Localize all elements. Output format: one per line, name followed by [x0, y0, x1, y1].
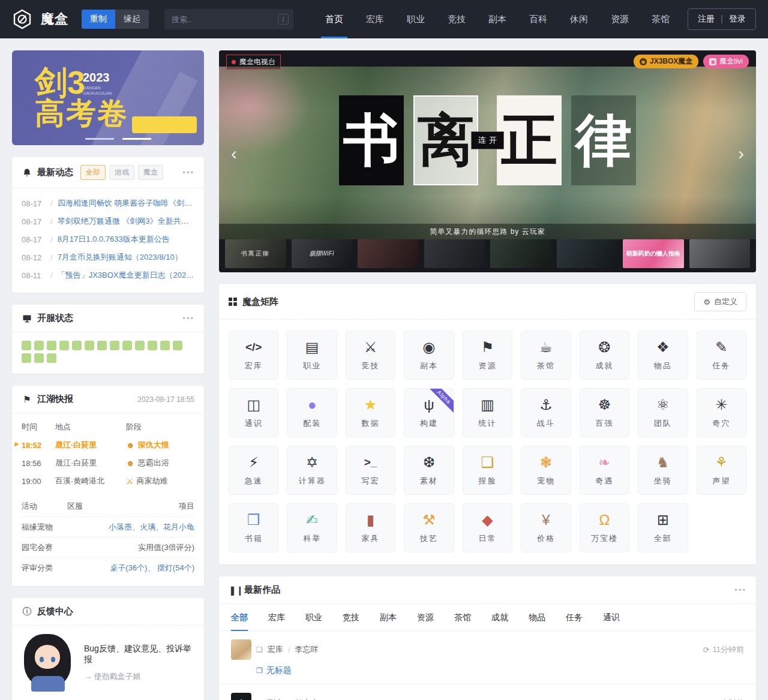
nav-item-profession[interactable]: 职业 — [395, 0, 436, 38]
server-status-cell[interactable] — [85, 341, 94, 350]
news-tab-game[interactable]: 游戏 — [109, 165, 134, 180]
works-tab-resource[interactable]: 资源 — [417, 612, 434, 630]
server-status-cell[interactable] — [34, 341, 44, 350]
matrix-item-combat[interactable]: ⚓战斗 — [521, 388, 571, 437]
works-tab-item[interactable]: 物品 — [529, 612, 545, 630]
nav-item-home[interactable]: 首页 — [314, 0, 355, 38]
nav-item-macro-lib[interactable]: 宏库 — [355, 0, 395, 38]
search-input[interactable] — [164, 9, 293, 29]
matrix-item-profession[interactable]: ▤职业 — [287, 331, 337, 380]
matrix-item-top100[interactable]: ☸百强 — [580, 388, 629, 437]
review-category-links[interactable]: 桌子(36个)、 摆灯(54个) — [103, 563, 194, 573]
works-tab-pvp[interactable]: 竞技 — [343, 612, 359, 630]
matrix-item-wanbaolou[interactable]: Ω万宝楼 — [580, 503, 629, 552]
hero-slide[interactable]: 书 离 连开 正 律 简单又暴力的循环思路 by 云玩家 — [219, 67, 756, 239]
matrix-item-crafts[interactable]: ⚒技艺 — [404, 503, 454, 552]
matrix-item-build[interactable]: Alphaψ构建 — [404, 388, 454, 437]
server-status-cell[interactable] — [47, 341, 56, 350]
matrix-item-assets[interactable]: ❆素材 — [404, 446, 454, 495]
matrix-item-daily[interactable]: ◆日常 — [463, 503, 512, 552]
works-tab-profession[interactable]: 职业 — [305, 612, 322, 630]
works-tab-achievement[interactable]: 成就 — [491, 612, 508, 630]
works-tab-quest[interactable]: 任务 — [566, 612, 583, 630]
news-link[interactable]: 8月17日1.0.0.7633版本更新公告 — [58, 234, 170, 245]
tivi-badge[interactable]: ▣ 魔盒tivi — [703, 55, 749, 68]
gaokao-banner[interactable]: 剑3 2023 JIANSANGAOKAOJUAN 高考卷 — [12, 50, 204, 145]
pet-links[interactable]: 小落墨、火璃、花月小龟 — [103, 522, 194, 533]
work-category[interactable]: 宏库 — [268, 644, 283, 655]
matrix-item-team[interactable]: ⚛团队 — [638, 388, 688, 437]
server-status-cell[interactable] — [34, 353, 44, 363]
login-button[interactable]: 登录 — [729, 14, 746, 25]
banner-cta-button[interactable] — [132, 116, 197, 133]
carousel-next-button[interactable]: › — [731, 140, 751, 167]
register-button[interactable]: 注册 — [698, 14, 715, 25]
matrix-item-data[interactable]: ★数据 — [346, 388, 395, 437]
carousel-thumbnail[interactable]: 书离正律 — [225, 239, 286, 268]
matrix-item-quest[interactable]: ✎任务 — [697, 331, 746, 380]
matrix-item-qixue[interactable]: ✳奇穴 — [697, 388, 746, 437]
matrix-item-dungeon[interactable]: ◉副本 — [404, 331, 454, 380]
work-author[interactable]: 李忘咩 — [295, 644, 318, 655]
server-status-cell[interactable] — [148, 341, 157, 350]
server-status-cell[interactable] — [110, 341, 119, 350]
server-status-cell[interactable] — [160, 341, 170, 350]
news-link[interactable]: 7月盒币兑换到账通知（2023/8/10） — [58, 252, 182, 263]
author-avatar[interactable]: ⬡ — [231, 693, 251, 700]
matrix-item-furniture[interactable]: ▮家具 — [346, 503, 395, 552]
jx3box-badge[interactable]: ◉ JX3BOX魔盒 — [634, 55, 698, 68]
works-tab-dungeon[interactable]: 副本 — [380, 612, 397, 630]
nav-item-leisure[interactable]: 休闲 — [559, 0, 599, 38]
works-tab-macro-lib[interactable]: 宏库 — [268, 612, 285, 630]
works-more-button[interactable]: ••• — [734, 585, 746, 594]
news-link[interactable]: 四海相逢同畅饮 萌果酱谷子咖啡《剑网3》... — [58, 198, 194, 209]
carousel-thumbnail[interactable] — [358, 239, 419, 268]
matrix-item-adventure[interactable]: ❧奇遇 — [580, 446, 629, 495]
mascot-avatar[interactable] — [22, 634, 74, 692]
jx3box-logo-icon[interactable] — [12, 9, 32, 29]
work-category[interactable]: 副本 — [268, 698, 283, 700]
matrix-item-all[interactable]: ⊞全部 — [638, 503, 688, 552]
work-author[interactable]: 贺南山 — [295, 698, 318, 700]
matrix-item-achievement[interactable]: ❂成就 — [580, 331, 629, 380]
author-avatar[interactable] — [231, 639, 251, 660]
nav-item-wiki[interactable]: 百科 — [518, 0, 559, 38]
server-status-cell[interactable] — [47, 353, 56, 363]
server-status-cell[interactable] — [97, 341, 107, 350]
version-remake-button[interactable]: 重制 — [82, 10, 115, 29]
matrix-item-pvp[interactable]: ⚔竞技 — [346, 331, 395, 380]
nav-item-teahouse[interactable]: 茶馆 — [640, 0, 681, 38]
carousel-thumbnail[interactable] — [557, 239, 618, 268]
matrix-item-stats[interactable]: ▥统计 — [463, 388, 512, 437]
tv-station-badge[interactable]: 魔盒电视台 — [226, 55, 281, 70]
server-status-cell[interactable] — [59, 341, 69, 350]
nav-item-resource[interactable]: 资源 — [599, 0, 640, 38]
matrix-item-pet[interactable]: ❃宠物 — [521, 446, 571, 495]
carousel-thumbnail[interactable] — [424, 239, 485, 268]
matrix-item-reputation[interactable]: ⚘声望 — [697, 446, 746, 495]
matrix-item-macro-lib[interactable]: </>宏库 — [229, 331, 278, 380]
matrix-item-price[interactable]: ¥价格 — [521, 503, 571, 552]
matrix-item-calculator[interactable]: ✡计算器 — [287, 446, 337, 495]
feedback-link[interactable]: → 使劲戳盒子娘 — [84, 671, 194, 682]
works-tab-all[interactable]: 全部 — [231, 612, 248, 630]
matrix-item-haste[interactable]: ⚡急速 — [229, 446, 278, 495]
matrix-item-books[interactable]: ❒书籍 — [229, 503, 278, 552]
carousel-thumbnail[interactable]: 极限WiFi — [292, 239, 353, 268]
server-status-cell[interactable] — [173, 341, 182, 350]
customize-button[interactable]: ⚙ 自定义 — [694, 292, 746, 311]
matrix-item-knowledge[interactable]: ◫通识 — [229, 388, 278, 437]
server-status-cell[interactable] — [135, 341, 145, 350]
matrix-item-macro-editor[interactable]: >_写宏 — [346, 446, 395, 495]
news-link[interactable]: 「预告」JX3BOX魔盒更新日志（2023/8/... — [58, 270, 194, 281]
server-status-more-button[interactable]: ••• — [182, 314, 194, 323]
server-status-cell[interactable] — [22, 353, 31, 363]
carousel-thumbnail[interactable] — [689, 239, 751, 268]
works-tab-knowledge[interactable]: 通识 — [603, 612, 620, 630]
version-origin-button[interactable]: 缘起 — [115, 10, 149, 29]
matrix-item-keju[interactable]: ✍科举 — [287, 503, 337, 552]
news-more-button[interactable]: ••• — [182, 168, 194, 177]
server-status-cell[interactable] — [122, 341, 132, 350]
matrix-item-gear[interactable]: ●配装 — [287, 388, 337, 437]
nav-item-pvp[interactable]: 竞技 — [436, 0, 477, 38]
